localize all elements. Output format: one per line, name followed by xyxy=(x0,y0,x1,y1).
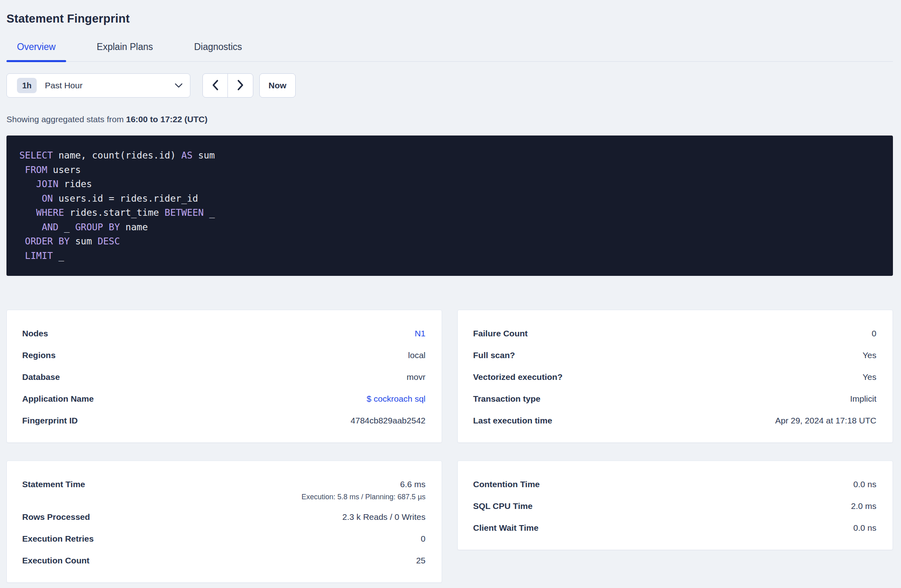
statement-timing-card: Statement Time 6.6 ms Execution: 5.8 ms … xyxy=(6,461,442,583)
row-label: Execution Retries xyxy=(22,532,94,546)
next-time-button[interactable] xyxy=(228,74,253,97)
table-row: Execution Count 25 xyxy=(22,553,425,568)
row-label: Full scan? xyxy=(473,348,515,363)
table-row: Vectorized execution? Yes xyxy=(473,370,876,384)
row-value: 0.0 ns xyxy=(853,477,876,492)
summary-cards: Nodes N1 Regions local Database movr App… xyxy=(6,310,893,583)
row-value: 0 xyxy=(421,532,425,546)
row-value: Yes xyxy=(863,370,876,384)
status-prefix: Showing aggregated stats from xyxy=(6,115,126,124)
table-row: Execution Retries 0 xyxy=(22,532,425,546)
time-controls: 1h Past Hour Now xyxy=(6,73,893,98)
row-label: Failure Count xyxy=(473,326,528,341)
table-row: Regions local xyxy=(22,348,425,363)
row-label: Contention Time xyxy=(473,477,540,492)
status-time-range: 16:00 to 17:22 (UTC) xyxy=(126,115,208,124)
table-row: Last execution time Apr 29, 2024 at 17:1… xyxy=(473,413,876,428)
row-value: 0.0 ns xyxy=(853,521,876,535)
row-label: Rows Processed xyxy=(22,510,90,524)
tab-overview[interactable]: Overview xyxy=(6,42,66,61)
chevron-left-icon xyxy=(212,79,219,92)
time-range-select[interactable]: 1h Past Hour xyxy=(6,73,190,98)
row-value: Yes xyxy=(863,348,876,363)
table-row: Database movr xyxy=(22,370,425,384)
row-value: local xyxy=(408,348,425,363)
now-button[interactable]: Now xyxy=(259,73,296,98)
row-value: movr xyxy=(407,370,425,384)
wait-times-card: Contention Time 0.0 ns SQL CPU Time 2.0 … xyxy=(457,461,893,550)
sql-line: SELECT name, count(rides.id) AS sum xyxy=(19,148,880,163)
aggregation-status-line: Showing aggregated stats from 16:00 to 1… xyxy=(6,115,893,124)
last-execution-time-value: Apr 29, 2024 at 17:18 UTC xyxy=(775,413,876,428)
table-row: Nodes N1 xyxy=(22,326,425,341)
sql-line: ON users.id = rides.rider_id xyxy=(19,192,880,206)
row-value: 2.0 ms xyxy=(851,499,876,513)
time-range-label: Past Hour xyxy=(45,81,82,90)
row-value: 2.3 k Reads / 0 Writes xyxy=(342,510,425,524)
table-row: Rows Processed 2.3 k Reads / 0 Writes xyxy=(22,510,425,524)
statement-time-value: 6.6 ms Execution: 5.8 ms / Planning: 687… xyxy=(301,477,425,503)
row-label: Database xyxy=(22,370,60,384)
table-row: SQL CPU Time 2.0 ms xyxy=(473,499,876,513)
statement-details-card: Nodes N1 Regions local Database movr App… xyxy=(6,310,442,443)
row-label: SQL CPU Time xyxy=(473,499,532,513)
row-value: 0 xyxy=(872,326,876,341)
row-label: Execution Count xyxy=(22,553,90,568)
row-value: Implicit xyxy=(850,392,876,406)
table-row: Transaction type Implicit xyxy=(473,392,876,406)
table-row: Failure Count 0 xyxy=(473,326,876,341)
sql-line: LIMIT _ xyxy=(19,249,880,263)
row-label: Client Wait Time xyxy=(473,521,538,535)
time-nav-group xyxy=(202,73,253,98)
tab-explain-plans[interactable]: Explain Plans xyxy=(86,42,163,61)
nodes-link[interactable]: N1 xyxy=(415,326,425,341)
row-label: Vectorized execution? xyxy=(473,370,563,384)
row-label: Statement Time xyxy=(22,477,85,492)
statement-time-detail: Execution: 5.8 ms / Planning: 687.5 µs xyxy=(301,492,425,503)
page-title: Statement Fingerprint xyxy=(6,12,893,25)
fingerprint-id-value: 4784cb829aab2542 xyxy=(350,413,425,428)
time-range-badge: 1h xyxy=(17,78,37,93)
sql-line: FROM users xyxy=(19,163,880,177)
row-value: 25 xyxy=(416,553,425,568)
row-label: Fingerprint ID xyxy=(22,413,78,428)
statement-fingerprint-page: Statement Fingerprint Overview Explain P… xyxy=(0,12,901,583)
row-label: Application Name xyxy=(22,392,94,406)
table-row: Statement Time 6.6 ms Execution: 5.8 ms … xyxy=(22,477,425,503)
sql-line: WHERE rides.start_time BETWEEN _ xyxy=(19,206,880,220)
chevron-right-icon xyxy=(237,79,244,92)
table-row: Application Name $ cockroach sql xyxy=(22,392,425,406)
sql-statement-code: SELECT name, count(rides.id) AS sum FROM… xyxy=(6,136,893,276)
row-label: Transaction type xyxy=(473,392,540,406)
table-row: Fingerprint ID 4784cb829aab2542 xyxy=(22,413,425,428)
row-label: Nodes xyxy=(22,326,48,341)
chevron-down-icon xyxy=(175,83,183,88)
table-row: Full scan? Yes xyxy=(473,348,876,363)
statement-time-total: 6.6 ms xyxy=(400,480,425,489)
row-label: Regions xyxy=(22,348,56,363)
table-row: Client Wait Time 0.0 ns xyxy=(473,521,876,535)
app-name-link[interactable]: $ cockroach sql xyxy=(367,392,425,406)
prev-time-button[interactable] xyxy=(203,74,228,97)
tab-diagnostics[interactable]: Diagnostics xyxy=(184,42,252,61)
sql-line: ORDER BY sum DESC xyxy=(19,234,880,249)
execution-attributes-card: Failure Count 0 Full scan? Yes Vectorize… xyxy=(457,310,893,443)
sql-line: JOIN rides xyxy=(19,177,880,192)
table-row: Contention Time 0.0 ns xyxy=(473,477,876,492)
row-label: Last execution time xyxy=(473,413,552,428)
sql-line: AND _ GROUP BY name xyxy=(19,220,880,235)
tab-bar: Overview Explain Plans Diagnostics xyxy=(6,42,893,62)
